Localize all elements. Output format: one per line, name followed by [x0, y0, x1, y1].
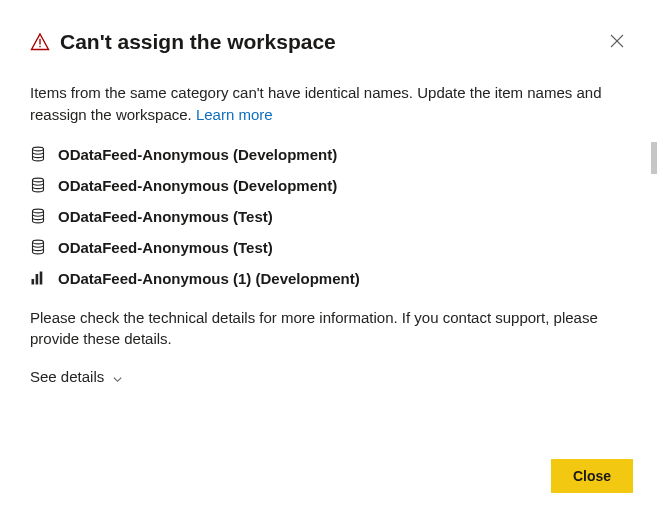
close-icon	[610, 34, 624, 51]
learn-more-link[interactable]: Learn more	[196, 106, 273, 123]
svg-rect-8	[32, 279, 35, 285]
list-item: ODataFeed-Anonymous (Test)	[30, 239, 633, 256]
svg-point-4	[33, 147, 44, 151]
warning-icon	[30, 32, 50, 52]
list-item: ODataFeed-Anonymous (Test)	[30, 208, 633, 225]
svg-point-6	[33, 209, 44, 213]
close-icon-button[interactable]	[601, 26, 633, 58]
svg-point-7	[33, 240, 44, 244]
database-icon	[30, 146, 46, 162]
svg-rect-10	[40, 272, 43, 285]
header-left: Can't assign the workspace	[30, 30, 336, 54]
item-label: ODataFeed-Anonymous (Development)	[58, 146, 337, 163]
dialog-header: Can't assign the workspace	[30, 26, 633, 58]
item-label: ODataFeed-Anonymous (Test)	[58, 208, 273, 225]
content-wrap: ODataFeed-Anonymous (Development) ODataF…	[30, 146, 633, 287]
svg-rect-9	[36, 274, 39, 285]
database-icon	[30, 239, 46, 255]
dialog-title: Can't assign the workspace	[60, 30, 336, 54]
barchart-icon	[30, 270, 46, 286]
conflict-items-list: ODataFeed-Anonymous (Development) ODataF…	[30, 146, 633, 287]
technical-details-text: Please check the technical details for m…	[30, 307, 630, 351]
description-text: Items from the same category can't have …	[30, 84, 602, 123]
database-icon	[30, 208, 46, 224]
see-details-toggle[interactable]: See details	[30, 368, 123, 385]
dialog-description: Items from the same category can't have …	[30, 82, 610, 126]
list-item: ODataFeed-Anonymous (Development)	[30, 177, 633, 194]
chevron-down-icon	[112, 371, 123, 382]
list-item: ODataFeed-Anonymous (Development)	[30, 146, 633, 163]
item-label: ODataFeed-Anonymous (Development)	[58, 177, 337, 194]
item-label: ODataFeed-Anonymous (1) (Development)	[58, 270, 360, 287]
item-label: ODataFeed-Anonymous (Test)	[58, 239, 273, 256]
dialog-footer: Close	[551, 459, 633, 493]
close-button[interactable]: Close	[551, 459, 633, 493]
svg-point-1	[39, 46, 41, 48]
list-item: ODataFeed-Anonymous (1) (Development)	[30, 270, 633, 287]
database-icon	[30, 177, 46, 193]
svg-point-5	[33, 178, 44, 182]
see-details-label: See details	[30, 368, 104, 385]
scrollbar-thumb[interactable]	[651, 142, 657, 174]
